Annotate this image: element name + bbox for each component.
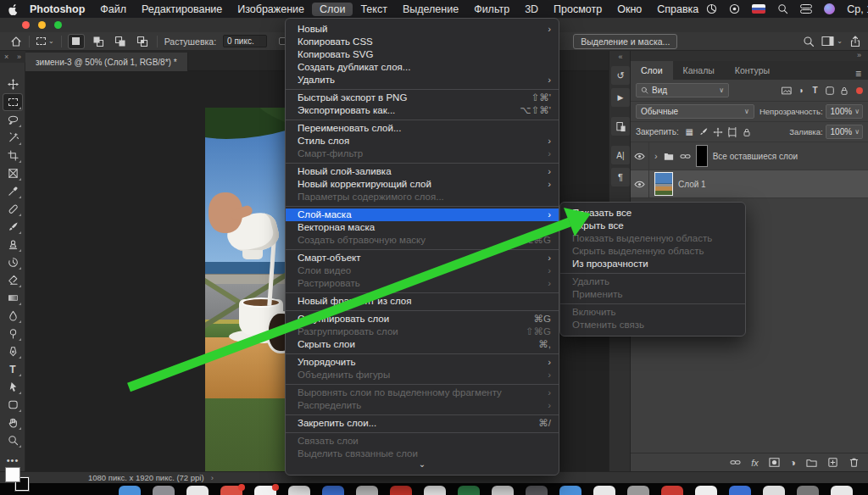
menubar-item-filter[interactable]: Фильтр xyxy=(466,3,517,16)
filter-toggle-icon[interactable] xyxy=(856,87,863,94)
search-icon[interactable] xyxy=(803,36,815,47)
object-selection-tool[interactable] xyxy=(3,130,22,146)
menubar-clock[interactable]: Ср, 18 мая 01:05 xyxy=(847,3,868,15)
menu-item-vector-mask[interactable]: Векторная маска› xyxy=(286,221,559,234)
layer-group-row[interactable]: › Все оставшиеся слои xyxy=(631,142,868,170)
input-language-flag-icon[interactable] xyxy=(752,4,765,14)
layer-filter-select[interactable]: Вид ∨ xyxy=(636,83,729,97)
blend-mode-select[interactable]: Обычные ∨ xyxy=(636,104,754,119)
menu-item-delete[interactable]: Удалить› xyxy=(286,74,559,86)
menu-item-quick-export-png[interactable]: Быстрый экспорт в PNG⇧⌘' xyxy=(286,92,559,104)
layer-style-fx-icon[interactable]: fx xyxy=(751,458,759,468)
adjustment-layer-filter-icon[interactable]: ◑ xyxy=(793,86,808,95)
tool-preset-marquee[interactable]: ⌄ xyxy=(36,37,54,45)
submenu-item-hide-all[interactable]: Скрыть все xyxy=(560,220,745,232)
layer-row-selected[interactable]: Слой 1 xyxy=(631,170,868,198)
dock-icon[interactable] xyxy=(153,486,175,495)
tab-layers[interactable]: Слои xyxy=(631,61,673,80)
menu-item-new-fill-layer[interactable]: Новый слой-заливка› xyxy=(286,165,559,178)
crop-tool[interactable] xyxy=(3,147,22,164)
frame-tool[interactable] xyxy=(3,165,22,181)
type-tool[interactable]: T xyxy=(3,361,22,377)
dock-icon[interactable] xyxy=(797,486,819,495)
menubar-item-type[interactable]: Текст xyxy=(353,3,394,16)
menubar-item-help[interactable]: Справка xyxy=(649,3,706,16)
select-and-mask-button[interactable]: Выделение и маска... xyxy=(573,34,677,49)
menu-item-copy-svg[interactable]: Копировать SVG xyxy=(286,48,559,61)
dock-icon[interactable] xyxy=(661,486,683,495)
dock-icon[interactable] xyxy=(119,486,141,495)
layer-name[interactable]: Все оставшиеся слои xyxy=(713,152,798,161)
status-chevron-icon[interactable]: › xyxy=(211,473,214,482)
group-mask-thumbnail[interactable] xyxy=(696,145,708,167)
collapse-toolbar-icon[interactable]: » xyxy=(17,53,21,61)
dock-icon[interactable] xyxy=(627,486,649,495)
history-panel-icon[interactable]: ↺ xyxy=(611,66,630,85)
foreground-color-swatch[interactable] xyxy=(5,467,20,482)
opacity-select[interactable]: 100% ∨ xyxy=(826,104,863,119)
submenu-item-reveal-all[interactable]: Показать все xyxy=(560,207,745,220)
menu-scroll-down-icon[interactable]: ⌄ xyxy=(286,460,559,470)
disclosure-icon[interactable]: › xyxy=(654,151,658,161)
new-group-icon[interactable] xyxy=(806,457,817,468)
dodge-tool[interactable] xyxy=(3,325,22,342)
siri-icon[interactable] xyxy=(824,3,835,14)
lock-artboard-icon[interactable] xyxy=(726,127,740,137)
home-icon[interactable] xyxy=(10,36,22,47)
dock-icon[interactable] xyxy=(424,486,446,495)
zoom-tool[interactable] xyxy=(3,432,22,448)
rectangular-marquee-tool[interactable] xyxy=(3,94,22,110)
dock-icon[interactable] xyxy=(458,486,480,495)
intersect-selection-mode-button[interactable] xyxy=(135,35,150,48)
menubar-item-edit[interactable]: Редактирование xyxy=(134,3,230,16)
menubar-item-view[interactable]: Просмотр xyxy=(546,3,609,16)
path-selection-tool[interactable] xyxy=(3,379,22,395)
spotlight-search-icon[interactable] xyxy=(777,3,788,14)
character-panel-icon[interactable]: A| xyxy=(611,146,630,164)
fill-select[interactable]: 100% ∨ xyxy=(826,125,863,139)
apple-icon[interactable] xyxy=(8,3,19,15)
actions-panel-icon[interactable]: ▶ xyxy=(611,88,630,107)
dock-icon[interactable] xyxy=(220,486,242,495)
feather-input[interactable] xyxy=(223,35,267,47)
dock-icon[interactable] xyxy=(356,486,378,495)
layer-name[interactable]: Слой 1 xyxy=(678,180,706,189)
collapse-panels-icon[interactable]: » xyxy=(857,51,861,59)
menubar-item-window[interactable]: Окно xyxy=(609,3,649,16)
dock-icon[interactable] xyxy=(831,486,853,495)
add-selection-mode-button[interactable] xyxy=(91,35,106,48)
menu-item-export-as[interactable]: Экспортировать как...⌥⇧⌘' xyxy=(286,104,559,117)
blur-tool[interactable] xyxy=(3,308,22,324)
lock-all-icon[interactable] xyxy=(740,127,754,137)
menubar-item-file[interactable]: Файл xyxy=(92,3,134,16)
new-adjustment-layer-icon[interactable]: ◑ xyxy=(790,457,796,469)
menu-item-new-slice-from-layer[interactable]: Новый фрагмент из слоя xyxy=(286,295,559,308)
menu-item-group-layers[interactable]: Сгруппировать слои⌘G xyxy=(286,313,559,325)
submenu-item-from-transparency[interactable]: Из прозрачности xyxy=(560,258,745,270)
lock-position-icon[interactable] xyxy=(711,127,726,137)
zoom-window-button[interactable] xyxy=(54,21,62,29)
screen-record-icon[interactable] xyxy=(729,3,740,14)
eraser-tool[interactable] xyxy=(3,272,22,288)
smart-object-filter-icon[interactable] xyxy=(837,86,851,96)
shape-layer-filter-icon[interactable] xyxy=(822,86,837,96)
type-layer-filter-icon[interactable]: T xyxy=(808,86,822,95)
move-tool[interactable] xyxy=(3,76,22,92)
tab-channels[interactable]: Каналы xyxy=(673,61,725,80)
menu-item-hide-layers[interactable]: Скрыть слои⌘, xyxy=(286,338,559,351)
layer-thumbnail[interactable] xyxy=(654,172,673,196)
menubar-item-layers[interactable]: Слои xyxy=(312,3,353,16)
delete-layer-icon[interactable] xyxy=(849,457,860,468)
brush-tool[interactable] xyxy=(3,219,22,235)
menu-item-new-adjustment-layer[interactable]: Новый корректирующий слой› xyxy=(286,178,559,191)
close-window-button[interactable] xyxy=(22,21,30,29)
link-layers-icon[interactable] xyxy=(730,457,741,468)
pen-tool[interactable] xyxy=(3,343,22,359)
layer-visibility-toggle[interactable] xyxy=(631,142,649,170)
menu-item-new[interactable]: Новый› xyxy=(286,23,559,36)
dock-icon[interactable] xyxy=(559,486,581,495)
share-icon[interactable] xyxy=(849,36,861,47)
control-center-icon[interactable] xyxy=(800,3,812,14)
hand-tool[interactable] xyxy=(3,414,22,431)
menu-item-arrange[interactable]: Упорядочить› xyxy=(286,356,559,369)
